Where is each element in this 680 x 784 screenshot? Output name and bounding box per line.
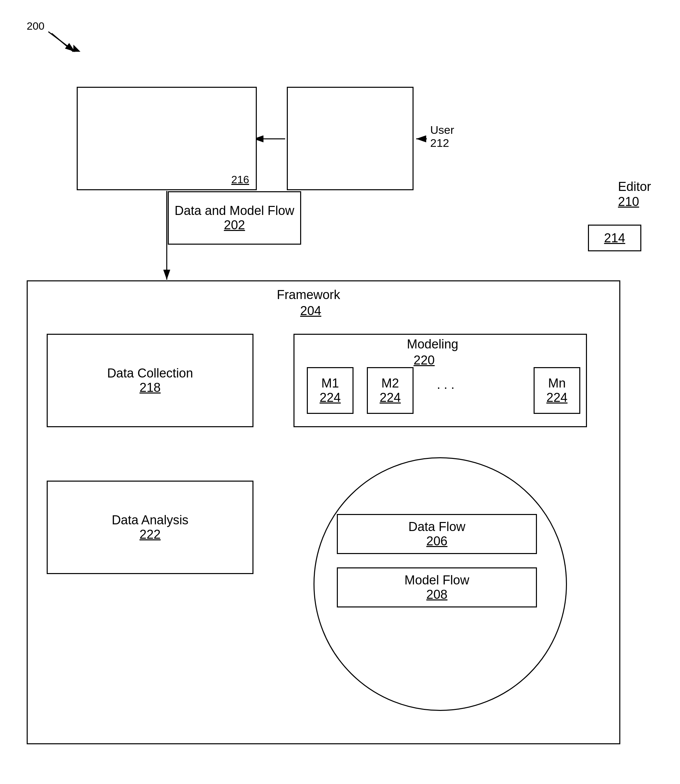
dots-label: · · · [437,380,455,395]
svg-marker-1 [70,45,80,55]
label-218-line1: Data Collection [107,366,193,380]
label-modelflow-line1: Model Flow [405,573,469,587]
label-222-line1: Data Analysis [112,513,189,527]
svg-line-0 [52,33,73,52]
label-dataflow-line1: Data Flow [408,520,465,534]
label-m2-line1: M2 [381,376,399,391]
box-mn: Mn 224 [534,367,580,414]
user-label: User 212 [430,123,454,150]
label-m1-line1: M1 [321,376,339,391]
label-mn-line1: Mn [548,376,566,391]
label-222-line2: 222 [139,527,161,542]
editor-num: 210 [618,195,639,209]
user-num: 212 [430,137,449,149]
box-m2: M2 224 [367,367,414,414]
box-202: Data and Model Flow 202 [168,191,301,245]
label-216: 216 [231,174,249,186]
label-m1-line2: 224 [320,391,340,405]
box-214: 214 [588,225,641,251]
box-218: Data Collection 218 [47,334,253,427]
label-202-line2: 202 [224,218,245,232]
box-206: Data Flow 206 [337,514,537,554]
modeling-num: 220 [414,353,434,368]
user-text: User [430,123,454,136]
label-214: 214 [604,231,625,245]
framework-num: 204 [300,304,321,318]
label-200: 200 [27,20,44,32]
box-208: Model Flow 208 [337,567,537,607]
box-222: Data Analysis 222 [47,481,253,574]
label-m2-line2: 224 [379,391,401,405]
box-m1: M1 224 [307,367,354,414]
label-202-line1: Data and Model Flow [175,203,294,218]
modeling-title: Modeling [407,337,458,352]
box-210: Editor 210 214 [287,87,414,190]
svg-line-2 [48,32,75,52]
editor-title: Editor [618,180,651,194]
box-216: Data and Model Flow 202 216 [77,87,257,190]
label-dataflow-line2: 206 [426,534,447,548]
diagram: 200 Data and Model Flow 202 216 Editor 2… [0,0,680,784]
label-218-line2: 218 [139,380,161,395]
label-modelflow-line2: 208 [426,587,447,602]
label-mn-line2: 224 [546,391,567,405]
framework-title: Framework [277,288,340,302]
